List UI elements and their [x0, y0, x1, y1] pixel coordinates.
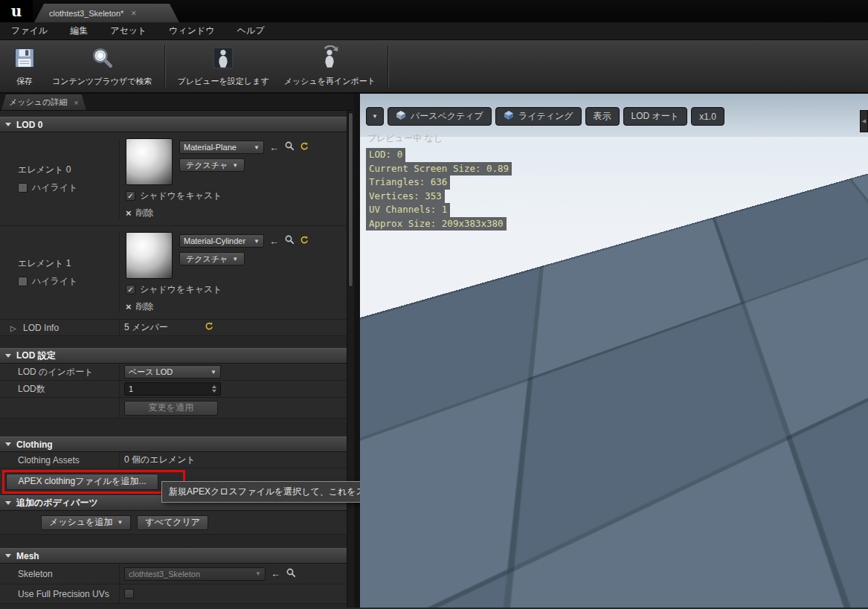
browse-icon[interactable] — [284, 234, 295, 248]
main-toolbar: 保存 コンテンツブラウザで検索 プレビューを設定します メッシュを再インポート — [0, 40, 868, 94]
perspective-button[interactable]: パースペクティブ — [388, 107, 492, 126]
find-in-content-browser-button[interactable]: コンテンツブラウザで検索 — [45, 42, 160, 90]
chevron-down-icon — [5, 442, 11, 446]
menu-item-edit[interactable]: 編集 — [59, 22, 99, 39]
highlight-label: ハイライト — [32, 181, 77, 194]
highlight-checkbox[interactable] — [18, 183, 28, 193]
show-label: 表示 — [594, 110, 611, 123]
reset-to-default-icon[interactable] — [300, 141, 309, 154]
apply-row: 変更を適用 — [0, 398, 347, 419]
viewport-3d[interactable]: ▼ パースペクティブ ライティング 表示 LOD オート x1.0 — [360, 94, 868, 608]
use-selected-icon[interactable]: ← — [269, 236, 279, 246]
asset-document-tab[interactable]: clothtest3_Skeleton* × — [34, 4, 179, 22]
menu-item-window[interactable]: ウィンドウ — [158, 22, 225, 39]
chevron-down-icon: ▼ — [254, 238, 260, 245]
screen-scale-button[interactable]: x1.0 — [691, 107, 724, 126]
section-body-parts-title: 追加のボディパーツ — [16, 497, 98, 509]
show-button[interactable]: 表示 — [585, 107, 620, 126]
use-selected-icon[interactable]: ← — [269, 143, 279, 152]
clear-all-button[interactable]: すべてクリア — [137, 515, 208, 530]
section-lod0-title: LOD 0 — [16, 120, 42, 130]
lit-mode-button[interactable]: ライティング — [495, 107, 582, 126]
apex-tooltip: 新規APEXクロスファイルを選択して、これをスケルタルメッシュに追加する — [161, 481, 491, 503]
viewport-side-arrow[interactable]: ◀ — [860, 110, 868, 132]
section-header-mesh[interactable]: Mesh — [0, 548, 347, 564]
apply-changes-button[interactable]: 変更を適用 — [124, 401, 218, 416]
browse-icon[interactable] — [286, 567, 296, 580]
texture-button-label: テクスチャ — [186, 254, 228, 265]
skeleton-dropdown-value: clothtest3_Skeleton — [129, 570, 200, 579]
highlight-label: ハイライト — [32, 275, 77, 288]
lod-count-label: LOD数 — [0, 383, 119, 396]
material-dropdown[interactable]: Material-Plane ▼ — [179, 141, 264, 154]
save-label: 保存 — [16, 76, 33, 87]
menu-item-file[interactable]: ファイル — [0, 22, 59, 39]
tab-close-icon[interactable]: × — [131, 8, 136, 19]
section-header-lod-settings[interactable]: LOD 設定 — [0, 348, 347, 364]
preview-mannequin-icon — [210, 45, 236, 74]
toolbar-separator — [388, 45, 389, 87]
chevron-down-icon: ▼ — [254, 144, 260, 151]
scrollbar-thumb[interactable] — [348, 112, 353, 287]
unreal-logo-icon: u — [0, 0, 33, 22]
cast-shadow-checkbox[interactable]: ✓ — [126, 191, 135, 201]
add-mesh-label: メッシュを追加 — [49, 516, 112, 529]
lod-info-value: 5 メンバー — [124, 321, 168, 334]
details-scrollbar[interactable] — [347, 111, 354, 608]
details-scroll-area: LOD 0 エレメント 0 ハイライト — [0, 111, 347, 608]
expander-icon[interactable]: ▷ — [10, 324, 16, 332]
texture-combo-button[interactable]: テクスチャ ▼ — [179, 158, 245, 172]
highlight-checkbox[interactable] — [18, 277, 28, 286]
clothing-assets-label: Clothing Assets — [0, 455, 119, 465]
reset-to-default-icon[interactable] — [300, 234, 309, 248]
delete-label[interactable]: 削除 — [136, 300, 154, 313]
delete-icon[interactable]: × — [126, 302, 132, 312]
delete-label[interactable]: 削除 — [136, 207, 154, 219]
lod-count-field — [124, 382, 221, 396]
lod-count-row: LOD数 — [0, 381, 347, 398]
clothing-assets-row: Clothing Assets 0 個のエレメント — [0, 452, 347, 468]
section-lod-settings-title: LOD 設定 — [16, 349, 56, 362]
viewport-options-dropdown[interactable]: ▼ — [366, 107, 384, 126]
save-button[interactable]: 保存 — [4, 42, 45, 90]
tab-mesh-details[interactable]: メッシュの詳細 × — [1, 94, 86, 110]
material-thumbnail[interactable] — [126, 232, 173, 279]
lod-auto-button[interactable]: LOD オート — [623, 107, 688, 126]
spinner-icon[interactable] — [212, 385, 216, 393]
save-icon — [12, 45, 37, 74]
cast-shadow-checkbox[interactable]: ✓ — [126, 285, 135, 294]
reset-to-default-icon[interactable] — [205, 322, 213, 333]
viewport-stats: LOD: 0 Current Screen Size: 0.89 Triangl… — [366, 148, 512, 231]
lod-info-row: ▷ LOD Info 5 メンバー — [0, 320, 347, 336]
material-dropdown-value: Material-Cylinder — [184, 236, 245, 245]
stat-lod: LOD: 0 — [366, 148, 405, 162]
menu-item-asset[interactable]: アセット — [99, 22, 158, 39]
lod-import-dropdown[interactable]: ベース LOD ▼ — [124, 365, 221, 378]
material-dropdown[interactable]: Material-Cylinder ▼ — [179, 234, 264, 248]
material-element-row: エレメント 1 ハイライト Material-C — [0, 226, 347, 320]
material-dropdown-value: Material-Plane — [184, 143, 237, 152]
chevron-down-icon: ▼ — [372, 113, 378, 120]
reimport-mannequin-icon — [317, 45, 342, 74]
panel-tab-close-icon[interactable]: × — [74, 98, 78, 107]
use-selected-icon[interactable]: ← — [271, 569, 280, 579]
section-header-lod0[interactable]: LOD 0 — [0, 117, 347, 132]
apply-changes-label: 変更を適用 — [149, 402, 193, 414]
skeleton-dropdown[interactable]: clothtest3_Skeleton ▼ — [124, 567, 266, 581]
chevron-down-icon: ▼ — [117, 519, 123, 526]
lod-count-input[interactable] — [129, 384, 203, 393]
add-mesh-combo-button[interactable]: メッシュを追加 ▼ — [41, 515, 131, 530]
texture-combo-button[interactable]: テクスチャ ▼ — [179, 252, 245, 265]
chevron-down-icon: ▼ — [255, 570, 261, 577]
set-preview-button[interactable]: プレビューを設定します — [170, 42, 277, 90]
material-thumbnail[interactable] — [126, 138, 173, 185]
menu-item-help[interactable]: ヘルプ — [226, 22, 276, 39]
uv-precision-checkbox[interactable] — [124, 589, 134, 599]
mesh-details-tab-label: メッシュの詳細 — [9, 97, 67, 108]
reimport-mesh-button[interactable]: メッシュを再インポート — [277, 42, 383, 90]
section-header-clothing[interactable]: Clothing — [0, 436, 347, 452]
add-apex-clothing-button[interactable]: APEX clothingファイルを追加... — [6, 474, 158, 490]
browse-icon[interactable] — [284, 141, 295, 154]
delete-icon[interactable]: × — [126, 208, 132, 218]
screen-scale-label: x1.0 — [699, 112, 716, 122]
